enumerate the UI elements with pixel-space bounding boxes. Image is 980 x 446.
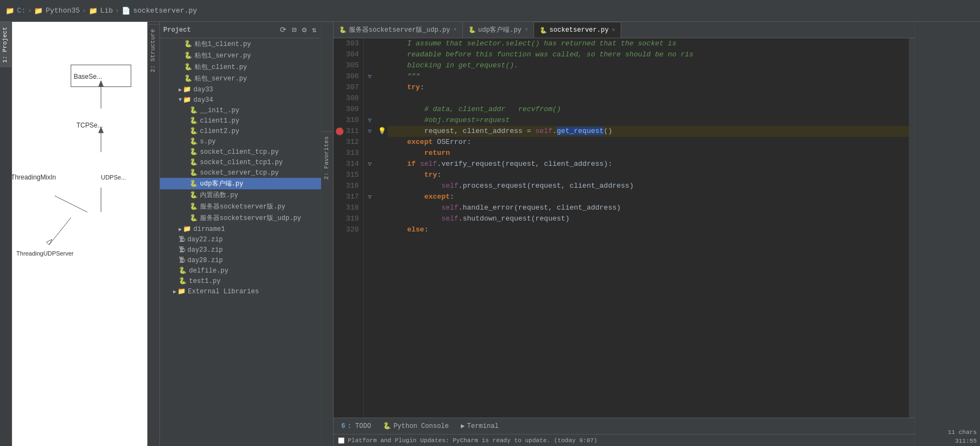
line-number: 318: [334, 202, 363, 213]
hint-line: [376, 137, 388, 148]
terminal-label: Terminal: [467, 422, 498, 430]
tree-item[interactable]: 🐍 粘包1_client.py: [160, 38, 321, 50]
code-line: I assume that selector.select() has retu…: [388, 38, 909, 49]
tree-item[interactable]: 🐍 delfile.py: [160, 265, 321, 276]
file-icon-py: 🐍: [190, 117, 198, 125]
tree-item[interactable]: 🐍 __init_.py: [160, 105, 321, 115]
tab-project[interactable]: 1: Project: [0, 22, 12, 67]
uml-diagram: BaseSe... TCPSe... ThreadingMixIn UDPSe.…: [0, 22, 147, 446]
editor-tab[interactable]: 🐍socketserver.py×: [534, 22, 621, 38]
file-icon-py: 🐍: [184, 63, 192, 71]
editor-tab[interactable]: 🐍udp客户端.py×: [463, 22, 534, 38]
gutter-line: [364, 60, 376, 71]
python-console-icon: 🐍: [383, 422, 391, 430]
code-content: I assume that selector.select() has retu…: [388, 38, 909, 418]
tree-item[interactable]: 🐍 udp客户端.py: [160, 178, 321, 189]
hint-line: [376, 93, 388, 104]
tree-item[interactable]: 🐍 socket_client_tcp1.py: [160, 157, 321, 167]
tab-close-btn[interactable]: ×: [525, 27, 528, 33]
tree-item[interactable]: 🐍 socket_server_tcp.py: [160, 167, 321, 178]
line-number: 304: [334, 49, 363, 60]
hint-line: [376, 170, 388, 181]
refresh-btn[interactable]: ⟳: [279, 24, 288, 36]
fold-gutter: ▽▽▽▽▽: [364, 38, 376, 418]
tree-item[interactable]: 🐍 粘包_client.py: [160, 61, 321, 73]
tab-close-btn[interactable]: ×: [612, 27, 615, 33]
tree-item[interactable]: 🐍 服务器socketserver版_udp.py: [160, 212, 321, 224]
notification-checkbox[interactable]: [338, 437, 345, 444]
tree-item[interactable]: 🐍 服务器socketserver版.py: [160, 201, 321, 212]
layout-btn[interactable]: ⇅: [311, 24, 318, 36]
line-number: 316: [334, 181, 363, 192]
hint-line: 💡: [376, 126, 388, 137]
hint-line: [376, 202, 388, 213]
code-line: """: [388, 71, 909, 82]
file-tree: 🐍 粘包1_client.py🐍 粘包1_server.py🐍 粘包_clien…: [160, 38, 321, 446]
status-right: 11 chars 311:55: [914, 22, 980, 446]
file-icon-py: 🐍: [190, 137, 198, 146]
gutter-line: ▽: [364, 126, 376, 137]
tab-favorites[interactable]: 2: Favorites: [322, 131, 334, 184]
file-icon-py: 🐍: [190, 202, 198, 211]
file-icon-py: 🐍: [184, 51, 192, 60]
tree-item[interactable]: ▶📁 External Libraries: [160, 286, 321, 297]
file-icon-py: 🐍: [184, 40, 192, 48]
hint-line: [376, 60, 388, 71]
hint-line: [376, 115, 388, 126]
tab-todo[interactable]: 6 : TODO: [336, 421, 376, 432]
file-icon-zip: 🗜: [179, 246, 185, 254]
tab-close-btn[interactable]: ×: [454, 27, 457, 33]
collapse-btn[interactable]: ⊟: [291, 24, 297, 36]
gutter-line: [364, 202, 376, 213]
hint-gutter: 💡: [376, 38, 388, 418]
file-icon-py: 🐍: [190, 169, 198, 177]
tree-item[interactable]: 🐍 内置函数.py: [160, 189, 321, 201]
file-icon-py: 🐍: [190, 191, 198, 199]
editor-tab[interactable]: 🐍服务器socketserver版_udp.py×: [334, 22, 463, 38]
file-icon-py: 🐍: [190, 148, 198, 156]
gutter-line: [364, 213, 376, 224]
code-line: self.shutdown_request(request): [388, 213, 909, 224]
file-icon-zip: 🗜: [179, 256, 185, 264]
tree-item[interactable]: 🐍 粘包_server.py: [160, 73, 321, 84]
code-line: [388, 93, 909, 104]
code-line: except:: [388, 192, 909, 202]
line-number: 306: [334, 71, 363, 82]
hint-line: [376, 181, 388, 192]
line-number: 320: [334, 224, 363, 235]
line-number: 313: [334, 148, 363, 159]
tree-item[interactable]: 🐍 test1.py: [160, 276, 321, 286]
breadcrumb-folder1: Python35: [45, 7, 79, 15]
tree-item[interactable]: 🗜 day23.zip: [160, 245, 321, 255]
code-line: #obj.request=request: [388, 115, 909, 126]
folder-icon: 📁: [177, 287, 186, 296]
folder-icon-lib: 📁: [89, 7, 98, 15]
tree-item[interactable]: 🗜 day22.zip: [160, 234, 321, 245]
tab-structure[interactable]: 2: Structure: [148, 24, 160, 77]
python-console-label: Python Console: [393, 422, 449, 430]
tree-item[interactable]: 🐍 client2.py: [160, 126, 321, 136]
code-line: try:: [388, 82, 909, 93]
tree-item[interactable]: 🐍 socket_client_tcp.py: [160, 147, 321, 157]
settings-btn[interactable]: ⚙: [301, 24, 307, 36]
editor-area: 🐍服务器socketserver版_udp.py×🐍udp客户端.py×🐍soc…: [334, 22, 914, 446]
file-icon-py: 🐍: [184, 74, 192, 83]
tree-item[interactable]: 🗜 day28.zip: [160, 255, 321, 265]
tree-item[interactable]: 🐍 client1.py: [160, 115, 321, 126]
tab-python-console[interactable]: 🐍 Python Console: [377, 420, 454, 432]
diagram-panel: BaseSe... TCPSe... ThreadingMixIn UDPSe.…: [0, 22, 148, 446]
tree-item[interactable]: ▼📁 day34: [160, 95, 321, 105]
tree-item[interactable]: 🐍 粘包1_server.py: [160, 50, 321, 61]
file-icon-ss: 📄: [122, 7, 130, 15]
gutter-line: ▽: [364, 71, 376, 82]
gutter-line: ▽: [364, 192, 376, 202]
tree-item[interactable]: 🐍 s.py: [160, 136, 321, 147]
tree-item[interactable]: ▶📁 day33: [160, 84, 321, 95]
vertical-scrollbar[interactable]: [909, 38, 914, 418]
gutter-line: [364, 148, 376, 159]
code-line: if self.verify_request(request, client_a…: [388, 159, 909, 170]
code-editor[interactable]: 3033043053063073083093103113123133143153…: [334, 38, 914, 418]
tree-item[interactable]: ▶📁 dirname1: [160, 224, 321, 234]
tab-terminal[interactable]: ▶ Terminal: [455, 420, 504, 432]
hint-line: [376, 192, 388, 202]
